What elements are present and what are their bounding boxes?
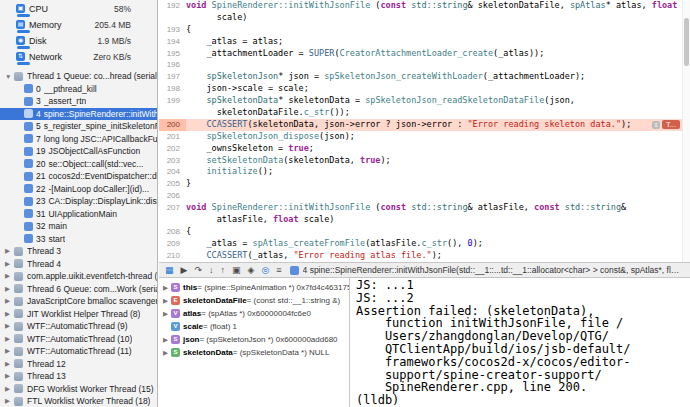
line-number[interactable]: 209	[159, 238, 186, 250]
thread-row[interactable]: ▶Thread 6 Queue: com...Work (serial)	[0, 283, 157, 296]
stack-frames-button[interactable]: ≡	[276, 263, 281, 277]
line-number[interactable]: 193	[159, 24, 186, 36]
disclosure-triangle-icon[interactable]: ▶	[163, 297, 171, 305]
stack-frame-row[interactable]: 31UIApplicationMain	[0, 208, 157, 221]
disclosure-triangle-icon[interactable]: ▶	[5, 347, 14, 355]
code-line[interactable]: 208{	[159, 226, 690, 238]
code-line[interactable]: 199 spSkeletonData* skeletonData = spSke…	[159, 95, 690, 107]
stack-frame-row[interactable]: 4spine::SpineRenderer::initWithJ...	[0, 108, 157, 121]
thread-row[interactable]: ▼Thread 1 Queue: co...hread (serial)	[0, 70, 157, 83]
line-number[interactable]: 198	[159, 83, 186, 95]
gauge-network[interactable]: ⇅NetworkZero KB/s	[0, 51, 157, 67]
view-hierarchy-button[interactable]: ▣	[232, 263, 241, 277]
code-line[interactable]: scale)	[159, 12, 690, 24]
thread-row[interactable]: ▶Thread 13	[0, 370, 157, 383]
disclosure-triangle-icon[interactable]: ▶	[163, 349, 171, 357]
disclosure-triangle-icon[interactable]: ▶	[163, 336, 171, 344]
variable-row[interactable]: ▶Sjson = (spSkeletonJson *) 0x600000add6…	[159, 333, 349, 346]
thread-row[interactable]: ▶com.apple.uikit.eventfetch-thread (5)	[0, 270, 157, 283]
disclosure-triangle-icon[interactable]: ▶	[5, 397, 14, 405]
line-number[interactable]: 192	[159, 0, 186, 12]
variable-row[interactable]: ▶Vatlas = (spAtlas *) 0x60000004fc6e0	[159, 307, 349, 320]
line-number[interactable]: 196	[159, 59, 186, 71]
line-number[interactable]	[159, 12, 186, 24]
gauge-disk[interactable]: ◉Disk1.9 MB/s	[0, 35, 157, 51]
line-number[interactable]: 199	[159, 95, 186, 107]
disclosure-triangle-icon[interactable]: ▶	[5, 272, 14, 280]
thread-row[interactable]: ▶JIT Worklist Helper Thread (8)	[0, 308, 157, 321]
code-line[interactable]: 204 initialize();	[159, 166, 690, 178]
thread-row[interactable]: ▶DFG Worklist Worker Thread (15)	[0, 383, 157, 396]
code-line[interactable]: 200 CCASSERT(skeletonData, json->error ?…	[159, 119, 690, 131]
gauge-cpu[interactable]: ▣CPU58%	[0, 3, 157, 19]
stack-frame-row[interactable]: 5s_register_spine_initSkeletonRe...	[0, 120, 157, 133]
disclosure-triangle-icon[interactable]: ▶	[5, 372, 14, 380]
console-view[interactable]: JS: ...1JS: ...2Assertion failed: (skele…	[350, 278, 690, 407]
disclosure-triangle-icon[interactable]: ▶	[163, 310, 171, 318]
memory-graph-button[interactable]: ◈	[248, 263, 255, 277]
thread-row[interactable]: ▶Thread 3	[0, 245, 157, 258]
variable-row[interactable]: Vscale = (float) 1	[159, 320, 349, 333]
disclosure-triangle-icon[interactable]: ▶	[5, 297, 14, 305]
variable-row[interactable]: ▶EskeletonDataFile = (const std::__1::st…	[159, 294, 349, 307]
code-line[interactable]: 202 _ownsSkeleton = true;	[159, 143, 690, 155]
stack-frame-row[interactable]: 22-[MainLoop doCaller:](id)...	[0, 183, 157, 196]
code-line[interactable]: 201 spSkeletonJson_dispose(json);	[159, 131, 690, 143]
gauge-memory[interactable]: ▤Memory205.4 MB	[0, 19, 157, 35]
line-number[interactable]: 208	[159, 226, 186, 238]
stack-frame-row[interactable]: 7long long JSC::APICallbackFunc...	[0, 133, 157, 146]
code-line[interactable]: 193{	[159, 24, 690, 36]
line-number[interactable]: 200	[159, 119, 186, 131]
stack-frame-row[interactable]: 21cocos2d::EventDispatcher::disp...	[0, 170, 157, 183]
code-line[interactable]: 192void SpineRenderer::initWithJsonFile …	[159, 0, 690, 12]
disclosure-triangle-icon[interactable]: ▶	[5, 285, 14, 293]
line-number[interactable]: 207	[159, 202, 186, 214]
disclosure-triangle-icon[interactable]: ▶	[5, 260, 14, 268]
step-over-button[interactable]: ↷	[194, 263, 202, 277]
line-number[interactable]: 201	[159, 131, 186, 143]
disclosure-triangle-icon[interactable]: ▶	[5, 310, 14, 318]
line-number[interactable]: 205	[159, 178, 186, 190]
code-line[interactable]: 196	[159, 59, 690, 71]
disclosure-triangle-icon[interactable]: ▶	[5, 322, 14, 330]
code-line[interactable]: 194 _atlas = atlas;	[159, 36, 690, 48]
scrollbar-thumb[interactable]	[684, 18, 689, 66]
disclosure-triangle-icon[interactable]: ▶	[5, 335, 14, 343]
thread-row[interactable]: ▶WTF::AutomaticThread (11)	[0, 345, 157, 358]
code-line[interactable]: 203 setSkeletonData(skeletonData, true);	[159, 155, 690, 167]
code-line[interactable]: 207void SpineRenderer::initWithJsonFile …	[159, 202, 690, 214]
disclosure-triangle-icon[interactable]: ▼	[5, 73, 14, 80]
thread-row[interactable]: ▶JavaScriptCore bmalloc scavenger (...	[0, 295, 157, 308]
disclosure-triangle-icon[interactable]: ▶	[5, 360, 14, 368]
line-number[interactable]: 194	[159, 36, 186, 48]
stack-frame-row[interactable]: 23CA::Display::DisplayLink::disp...	[0, 195, 157, 208]
debug-bar-breadcrumb[interactable]: 4 spine::SpineRenderer::initWithJsonFile…	[303, 265, 684, 275]
stack-frame-row[interactable]: 32main	[0, 220, 157, 233]
code-line[interactable]: 198 json->scale = scale;	[159, 83, 690, 95]
line-number[interactable]	[159, 107, 186, 119]
line-number[interactable]: 195	[159, 48, 186, 60]
stack-frame-row[interactable]: 33start	[0, 233, 157, 246]
code-line[interactable]: 195 _attachmentLoader = SUPER(CreatorAtt…	[159, 48, 690, 60]
step-out-button[interactable]: ↑	[220, 263, 225, 277]
disclosure-triangle-icon[interactable]: ▶	[5, 247, 14, 255]
line-number[interactable]: 210	[159, 250, 186, 262]
line-number[interactable]: 204	[159, 166, 186, 178]
stack-frame-row[interactable]: 3_assert_rtn	[0, 95, 157, 108]
line-number[interactable]: 202	[159, 143, 186, 155]
line-number[interactable]: 206	[159, 190, 186, 202]
line-number[interactable]	[159, 214, 186, 226]
code-line[interactable]: 206	[159, 190, 690, 202]
stack-frame-row[interactable]: 0__pthread_kill	[0, 83, 157, 96]
simulate-location-button[interactable]: ◎	[261, 263, 269, 277]
code-line[interactable]: 209 _atlas = spAtlas_createFromFile(atla…	[159, 238, 690, 250]
thread-row[interactable]: ▶WTF::AutomaticThread (10)	[0, 333, 157, 346]
stack-frame-row[interactable]: 20se::Object::call(std::vec...	[0, 158, 157, 171]
code-line[interactable]: atlasFile, float scale)	[159, 214, 690, 226]
code-line[interactable]: 210 CCASSERT(_atlas, "Error reading atla…	[159, 250, 690, 262]
line-number[interactable]: 203	[159, 155, 186, 167]
stack-frame-row[interactable]: 19JSObjectCallAsFunction	[0, 145, 157, 158]
code-line[interactable]: 197 spSkeletonJson* json = spSkeletonJso…	[159, 71, 690, 83]
hide-debug-area-button[interactable]: ▦	[165, 263, 174, 277]
code-line[interactable]: skeletonDataFile.c_str());	[159, 107, 690, 119]
